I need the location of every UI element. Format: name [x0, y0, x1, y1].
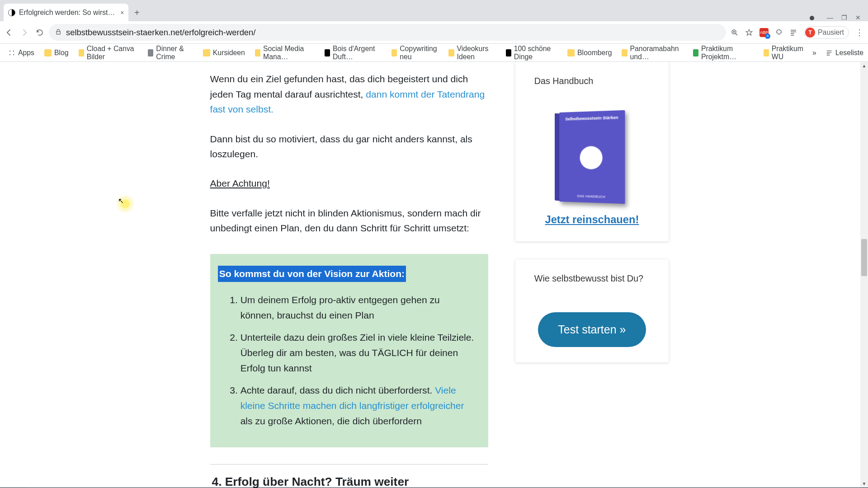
handbook-cta-link[interactable]: Jetzt reinschauen!: [545, 214, 639, 225]
avatar: T: [805, 28, 815, 38]
scrollbar-thumb[interactable]: [861, 239, 867, 276]
bookmark-item[interactable]: Copywriting neu: [388, 43, 442, 63]
paragraph: Aber Achtung!: [210, 176, 489, 191]
menu-button[interactable]: ⋮: [855, 28, 863, 37]
lion-icon: [580, 146, 603, 170]
folder-icon: [79, 49, 84, 56]
card-title: Wie selbstbewusst bist Du?: [515, 259, 669, 284]
scroll-down-icon[interactable]: ▼: [860, 480, 868, 488]
bookmark-item[interactable]: Bloomberg: [564, 47, 615, 59]
apps-icon: [8, 49, 15, 56]
book-image: Selbstbewusstsein Stärken DAS HANDBUCH: [559, 113, 625, 202]
close-window-button[interactable]: ✕: [855, 14, 861, 21]
cursor-icon: ↖: [118, 197, 124, 205]
close-icon[interactable]: ×: [120, 9, 124, 16]
paragraph: Dann bist du so motiviert, dass du gar n…: [210, 131, 489, 162]
folder-icon: [567, 49, 575, 56]
scrollbar[interactable]: ▲ ▼: [860, 62, 868, 488]
bookmark-item[interactable]: 100 schöne Dinge: [502, 43, 561, 63]
extensions-icon[interactable]: [775, 28, 783, 37]
folder-icon: [764, 49, 769, 56]
bookmark-apps[interactable]: Apps: [5, 47, 38, 59]
url-field[interactable]: selbstbewusstsein-staerken.net/erfolgrei…: [49, 24, 726, 41]
nav-buttons: [5, 28, 44, 37]
address-bar: selbstbewusstsein-staerken.net/erfolgrei…: [0, 21, 868, 44]
list-item: Um deinem Erfolg pro-aktiv entgegen gehe…: [241, 292, 476, 323]
bookmark-item[interactable]: Dinner & Crime: [144, 43, 197, 63]
paragraph: Wenn du ein Ziel gefunden hast, das dich…: [210, 71, 489, 117]
page-viewport: Wenn du ein Ziel gefunden hast, das dich…: [0, 62, 868, 488]
list-item: Achte darauf, dass du dich nicht überfor…: [241, 383, 476, 428]
folder-icon: [448, 49, 454, 56]
favicon: [8, 9, 15, 16]
bookmark-item[interactable]: Praktikum Projektm…: [689, 43, 757, 63]
folder-icon: [44, 49, 52, 56]
bookmark-item[interactable]: Social Media Mana…: [251, 43, 318, 63]
tab-strip: Erfolgreich werden: So wirst du g × + — …: [0, 0, 868, 21]
adblock-icon[interactable]: ABP: [760, 28, 769, 37]
bookmark-item[interactable]: Panoramabahn und…: [618, 43, 686, 63]
sidebar-card-quiz: Wie selbstbewusst bist Du? Test starten …: [515, 259, 669, 362]
minimize-button[interactable]: —: [827, 14, 833, 21]
profile-label: Pausiert: [818, 28, 844, 37]
list-item: Unterteile dazu dein großes Ziel in viel…: [241, 330, 476, 375]
bookmarks-bar: Apps Blog Cload + Canva Bilder Dinner & …: [0, 44, 868, 61]
site-icon: [325, 49, 330, 56]
new-tab-button[interactable]: +: [128, 5, 145, 22]
bookmark-item[interactable]: Blog: [41, 47, 72, 59]
back-button[interactable]: [5, 28, 14, 37]
tab-title: Erfolgreich werden: So wirst du g: [19, 9, 117, 17]
addr-actions: ABP T Pausiert ⋮: [731, 26, 863, 39]
folder-icon: [255, 49, 260, 56]
reload-button[interactable]: [35, 28, 44, 37]
callout-list: Um deinem Erfolg pro-aktiv entgegen gehe…: [218, 292, 476, 428]
url-text: selbstbewusstsein-staerken.net/erfolgrei…: [66, 28, 255, 38]
browser-chrome: Erfolgreich werden: So wirst du g × + — …: [0, 0, 868, 62]
site-icon: [148, 49, 153, 56]
bookmark-item[interactable]: Kursideen: [199, 47, 249, 59]
account-dot-icon[interactable]: [810, 16, 814, 20]
callout-box: So kommst du von der Vision zur Aktion: …: [210, 254, 489, 448]
cursor-highlight: ↖: [119, 197, 132, 210]
reading-list-icon[interactable]: [789, 28, 797, 37]
lock-icon: [55, 28, 61, 38]
folder-icon: [392, 49, 397, 56]
bookmark-item[interactable]: Cload + Canva Bilder: [75, 43, 142, 63]
callout-title: So kommst du von der Vision zur Aktion:: [218, 266, 406, 282]
bookmark-item[interactable]: Bois d'Argent Duft…: [321, 43, 385, 63]
window-controls: — ❐ ✕: [810, 9, 868, 21]
zoom-icon[interactable]: [731, 28, 739, 37]
forward-button[interactable]: [20, 28, 29, 37]
sidebar-card-handbook: Das Handbuch Selbstbewusstsein Stärken D…: [515, 62, 669, 241]
bookmark-item[interactable]: Videokurs Ideen: [445, 43, 499, 63]
article-body: Wenn du ein Ziel gefunden hast, das dich…: [210, 66, 489, 488]
bookmark-star-icon[interactable]: [745, 28, 753, 37]
site-icon: [506, 49, 511, 56]
folder-icon: [203, 49, 210, 56]
maximize-button[interactable]: ❐: [841, 14, 847, 21]
folder-icon: [622, 49, 627, 56]
profile-chip[interactable]: T Pausiert: [804, 26, 849, 39]
bookmarks-overflow[interactable]: »: [812, 49, 816, 57]
sidebar: Das Handbuch Selbstbewusstsein Stärken D…: [515, 62, 669, 380]
section-heading: 4. Erfolg über Nacht? Träum weiter: [210, 464, 489, 488]
reading-list-button[interactable]: Leseliste: [826, 49, 863, 57]
site-icon: [693, 49, 698, 56]
start-test-button[interactable]: Test starten »: [538, 312, 646, 347]
bookmark-item[interactable]: Praktikum WU: [760, 43, 810, 63]
paragraph: Bitte verfalle jetzt nicht in blinden Ak…: [210, 206, 489, 236]
scroll-up-icon[interactable]: ▲: [860, 62, 868, 70]
card-title: Das Handbuch: [515, 62, 669, 87]
tab-active[interactable]: Erfolgreich werden: So wirst du g ×: [4, 4, 128, 21]
